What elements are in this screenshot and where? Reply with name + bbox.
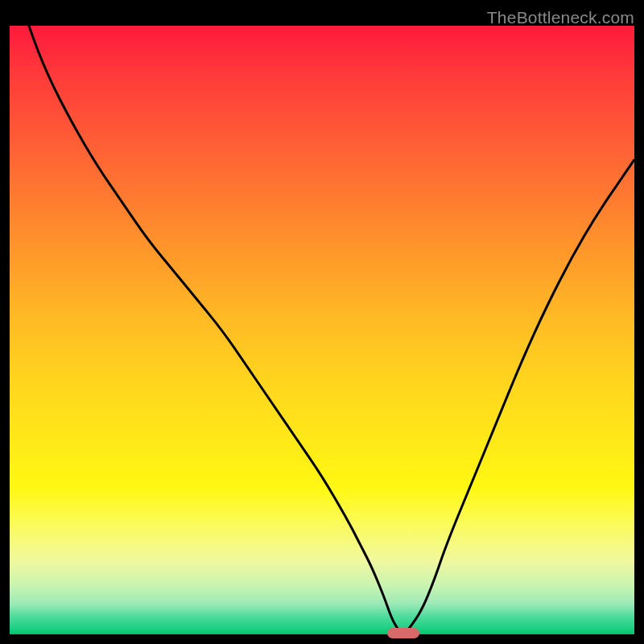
- attribution-text: TheBottleneck.com: [487, 8, 634, 27]
- optimum-marker: [387, 628, 419, 638]
- bottleneck-curve: [10, 26, 634, 634]
- chart-frame: TheBottleneck.com: [10, 10, 634, 634]
- plot-area: [10, 26, 634, 634]
- curve-path: [10, 26, 634, 633]
